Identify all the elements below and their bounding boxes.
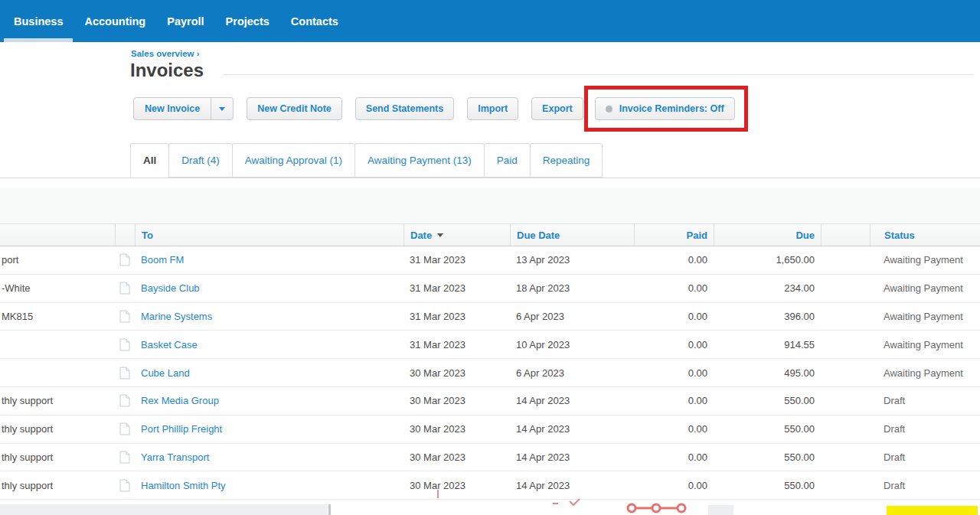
table-row[interactable]: thly support Rex Media Group 30 Mar 2023…	[0, 387, 980, 416]
contact-link[interactable]: Bayside Club	[141, 282, 200, 294]
nav-item[interactable]: Projects	[215, 0, 280, 42]
invoice-date: 31 Mar 2023	[403, 254, 510, 266]
new-invoice-button[interactable]: New Invoice	[134, 98, 211, 119]
table-row[interactable]: thly support Yarra Transport 30 Mar 2023…	[0, 444, 980, 472]
attachment-cell[interactable]	[115, 338, 135, 351]
attachment-cell[interactable]	[115, 451, 135, 464]
new-invoice-split-button: New Invoice	[133, 97, 234, 120]
scrollbar-fragment	[708, 505, 733, 515]
invoice-reminders-button[interactable]: Invoice Reminders: Off	[595, 97, 735, 120]
header-date[interactable]: Date	[403, 224, 510, 246]
nav-item[interactable]: Business	[3, 0, 74, 42]
table-row[interactable]: port Boom FM 31 Mar 2023 13 Apr 2023 0.0…	[0, 246, 980, 275]
attachment-cell[interactable]	[115, 479, 135, 492]
tab[interactable]: Draft (4)	[168, 143, 233, 178]
to-cell: Port Phillip Freight	[135, 423, 403, 435]
table-row[interactable]: thly support Port Phillip Freight 30 Mar…	[0, 416, 980, 444]
red-annotation-circles	[624, 500, 690, 515]
send-statements-button[interactable]: Send Statements	[355, 97, 454, 120]
document-icon	[119, 282, 130, 295]
invoice-paid-amount: 0.00	[634, 339, 714, 350]
new-credit-note-button[interactable]: New Credit Note	[247, 97, 342, 120]
document-icon	[119, 451, 130, 464]
red-annotation-check	[550, 497, 583, 508]
tab[interactable]: Awaiting Approval (1)	[232, 143, 355, 178]
tab[interactable]: Awaiting Payment (13)	[354, 143, 485, 178]
invoice-status: Awaiting Payment	[870, 339, 980, 350]
invoice-status-tabs: All Draft (4) Awaiting Approval (1) Awai…	[0, 143, 980, 178]
nav-item[interactable]: Contacts	[280, 0, 349, 42]
invoice-reference: thly support	[0, 451, 115, 463]
document-icon	[119, 310, 130, 323]
contact-link[interactable]: Cube Land	[141, 367, 190, 379]
invoice-date: 31 Mar 2023	[403, 311, 510, 322]
contact-link[interactable]: Marine Systems	[141, 311, 212, 322]
caret-down-icon	[219, 107, 225, 111]
attachment-cell[interactable]	[115, 282, 135, 295]
toolbar: New Invoice New Credit Note Send Stateme…	[133, 97, 735, 120]
to-cell: Cube Land	[135, 367, 403, 379]
header-reference	[0, 224, 115, 246]
to-cell: Bayside Club	[135, 282, 403, 294]
invoice-date: 31 Mar 2023	[403, 339, 510, 350]
nav-item[interactable]: Accounting	[74, 0, 156, 42]
invoice-due-date: 6 Apr 2023	[510, 367, 634, 379]
attachment-cell[interactable]	[115, 310, 135, 323]
document-icon	[119, 338, 130, 351]
contact-link[interactable]: Port Phillip Freight	[141, 423, 222, 435]
attachment-cell[interactable]	[115, 367, 135, 380]
import-button[interactable]: Import	[467, 97, 518, 120]
tab[interactable]: All	[130, 143, 169, 178]
invoice-status: Draft	[870, 395, 980, 406]
invoice-date: 30 Mar 2023	[403, 423, 510, 435]
header-due-date[interactable]: Due Date	[510, 224, 634, 246]
to-cell: Basket Case	[135, 339, 403, 350]
header-to[interactable]: To	[135, 224, 403, 246]
invoice-reference: MK815	[0, 311, 115, 322]
attachment-cell[interactable]	[115, 422, 135, 435]
tab[interactable]: Repeating	[530, 143, 603, 178]
contact-link[interactable]: Basket Case	[141, 339, 198, 350]
header-due[interactable]: Due	[714, 224, 821, 246]
table-row[interactable]: MK815 Marine Systems 31 Mar 2023 6 Apr 2…	[0, 303, 980, 331]
nav-item[interactable]: Payroll	[156, 0, 214, 42]
invoice-date: 30 Mar 2023	[403, 395, 510, 406]
breadcrumb[interactable]: Sales overview ›	[131, 49, 200, 58]
horizontal-scrollbar-thumb[interactable]	[0, 504, 328, 515]
contact-link[interactable]: Hamilton Smith Pty	[141, 480, 226, 491]
invoice-due-date: 18 Apr 2023	[510, 282, 634, 294]
attachment-cell[interactable]	[115, 253, 135, 266]
to-cell: Marine Systems	[135, 311, 403, 322]
invoice-due-date: 6 Apr 2023	[510, 311, 634, 322]
nav-item-label: Projects	[226, 15, 270, 28]
invoice-paid-amount: 0.00	[634, 254, 714, 266]
document-icon	[119, 394, 130, 407]
table-row[interactable]: Basket Case 31 Mar 2023 10 Apr 2023 0.00…	[0, 331, 980, 359]
export-button[interactable]: Export	[531, 97, 583, 120]
tab-label: Paid	[497, 155, 518, 166]
to-cell: Rex Media Group	[135, 395, 403, 406]
contact-link[interactable]: Boom FM	[141, 254, 184, 266]
tab[interactable]: Paid	[484, 143, 531, 178]
contact-link[interactable]: Rex Media Group	[141, 395, 219, 406]
header-blank	[821, 224, 870, 246]
table-row[interactable]: -White Bayside Club 31 Mar 2023 18 Apr 2…	[0, 275, 980, 303]
table-row[interactable]: Cube Land 30 Mar 2023 6 Apr 2023 0.00 49…	[0, 359, 980, 387]
top-navigation: Business Accounting Payroll Projects Con…	[0, 0, 980, 42]
invoice-paid-amount: 0.00	[634, 423, 714, 435]
attachment-cell[interactable]	[115, 394, 135, 407]
nav-item-label: Business	[14, 15, 63, 28]
title-divider	[224, 74, 974, 75]
red-annotation-tick	[437, 490, 439, 498]
invoice-paid-amount: 0.00	[634, 451, 714, 463]
table-row[interactable]: thly support Hamilton Smith Pty 30 Mar 2…	[0, 471, 980, 500]
invoice-status: Awaiting Payment	[870, 254, 980, 266]
to-cell: Hamilton Smith Pty	[135, 480, 403, 491]
invoice-due-amount: 550.00	[714, 395, 821, 406]
header-paid[interactable]: Paid	[634, 224, 714, 246]
invoice-due-date: 14 Apr 2023	[510, 451, 634, 463]
contact-link[interactable]: Yarra Transport	[141, 451, 209, 463]
header-status[interactable]: Status	[870, 224, 980, 246]
new-invoice-dropdown-button[interactable]	[211, 98, 233, 119]
invoice-paid-amount: 0.00	[634, 367, 714, 379]
